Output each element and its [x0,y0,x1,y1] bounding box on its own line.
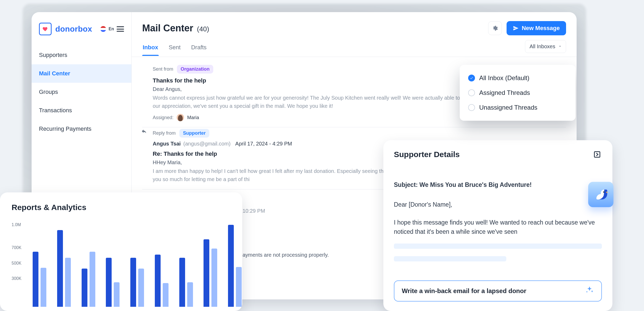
inbox-filter-select[interactable]: All Inboxes [525,40,566,53]
chart-bar-series-b [41,268,46,307]
flag-us-icon [100,26,106,32]
filter-option-assigned[interactable]: Assigned Threads [467,85,568,100]
header-actions: New Message [488,21,566,35]
filter-option-label: All Inbox (Default) [479,74,529,82]
thread-meta: Reply from Supporter [153,129,566,138]
chart-plot [33,217,233,307]
filter-option-all-inbox[interactable]: All Inbox (Default) [467,71,568,85]
chevron-down-icon [558,43,562,50]
ai-bird-badge[interactable] [588,182,613,207]
menu-icon[interactable] [117,26,124,32]
filter-option-unassigned[interactable]: Unassigned Threads [467,100,568,115]
chart-bar-series-a [57,230,63,307]
sidebar-item-recurring-payments[interactable]: Recurring Payments [32,120,131,138]
chart-bar-series-b [236,267,242,307]
supporter-paragraph: I hope this message finds you well! We w… [394,218,602,236]
chart-y-tick: 1.0M [12,222,21,227]
chart-bar-series-a [155,255,161,307]
supporter-greeting: Dear [Donor's Name], [394,200,602,209]
meta-label: Sent from [153,66,173,72]
chart-bar-series-b [114,282,120,307]
chart-bar-series-a [106,258,112,307]
sidebar-nav: Supporters Mail Center Groups Transactio… [32,43,131,138]
reports-analytics-card: Reports & Analytics 1.0M700K500K300K [0,192,242,311]
avatar [177,114,184,121]
from-time: April 17, 2024 - 4:29 PM [235,141,292,147]
chart-y-axis: 1.0M700K500K300K [12,217,30,307]
tab-drafts[interactable]: Drafts [191,41,207,56]
chart-bar-series-b [138,269,144,307]
tabs: Inbox Sent Drafts [142,41,207,56]
chart-y-tick: 700K [12,245,21,250]
gear-icon [492,25,498,31]
chart-bar-series-a [228,225,234,307]
chart-bar-series-b [65,258,71,307]
brand-name: donorbox [55,25,92,33]
chart-bar-series-a [204,239,209,307]
brand-logo [39,23,52,35]
radio-icon [468,89,475,96]
ai-prompt-input[interactable]: Write a win-back email for a lapsed dono… [394,280,602,302]
page-title-count: (40) [197,25,209,33]
svg-rect-0 [595,152,600,157]
chart-bar-series-a [82,269,87,307]
supporter-body: Subject: We Miss You at Bruce's Big Adve… [394,159,602,261]
chart-bar-series-b [187,282,193,307]
heart-icon [42,26,48,32]
meta-label: Reply from [153,130,176,136]
brand-row: donorbox En [32,20,131,43]
svg-point-1 [603,191,605,193]
assigned-name: Maria [187,115,199,120]
page-title-text: Mail Center [142,23,193,34]
supporter-details-card: Supporter Details Subject: We Miss You a… [383,140,612,311]
sidebar-item-mail-center[interactable]: Mail Center [32,64,131,83]
chart-bar-series-b [163,283,169,307]
supporter-header: Supporter Details [394,150,602,159]
inbox-filter-dropdown: All Inbox (Default) Assigned Threads Una… [460,65,576,121]
tab-inbox[interactable]: Inbox [142,41,159,56]
chart-bar-series-b [211,249,217,307]
radio-checked-icon [468,75,475,81]
bird-icon [593,187,609,202]
from-name: Angus Tsai [153,141,181,147]
chart-bar-series-a [33,252,38,307]
chart-bar-series-a [179,258,185,307]
chart-bar-series-a [130,258,136,307]
radio-icon [468,104,475,111]
supporter-title: Supporter Details [394,150,460,159]
ai-prompt-text: Write a win-back email for a lapsed dono… [402,287,526,294]
page-title: Mail Center (40) [142,23,209,34]
settings-button[interactable] [488,21,502,35]
tag-supporter: Supporter [179,129,209,138]
expand-icon [593,151,601,158]
page-header: Mail Center (40) New Message [132,12,577,40]
sidebar-item-groups[interactable]: Groups [32,83,131,101]
language-label[interactable]: En [109,27,114,31]
reports-title: Reports & Analytics [12,203,233,212]
reply-icon [141,128,147,135]
new-message-button[interactable]: New Message [507,21,566,35]
supporter-subject: Subject: We Miss You at Bruce's Big Adve… [394,180,602,189]
filter-option-label: Assigned Threads [479,89,530,96]
tab-sent[interactable]: Sent [168,41,181,56]
chart-y-tick: 500K [12,261,21,266]
filter-option-label: Unassigned Threads [479,104,537,111]
inbox-filter-label: All Inboxes [529,43,555,49]
sidebar-item-supporters[interactable]: Supporters [32,46,131,64]
tag-organization: Organization [177,65,213,74]
expand-button[interactable] [592,150,602,159]
sidebar-item-transactions[interactable]: Transactions [32,101,131,120]
chart-bar-series-b [90,252,95,307]
from-address: (angus@gmail.com) [183,141,230,147]
sparkle-icon [585,286,594,296]
placeholder-line [394,256,506,261]
new-message-label: New Message [522,25,560,32]
brand-right-controls: En [100,26,124,32]
tabs-row: Inbox Sent Drafts All Inboxes [132,40,577,57]
send-icon [513,25,519,31]
placeholder-line [394,244,602,249]
assigned-label: Assigned: [153,115,174,120]
chart-y-tick: 300K [12,276,21,281]
reports-chart: 1.0M700K500K300K [12,217,233,311]
